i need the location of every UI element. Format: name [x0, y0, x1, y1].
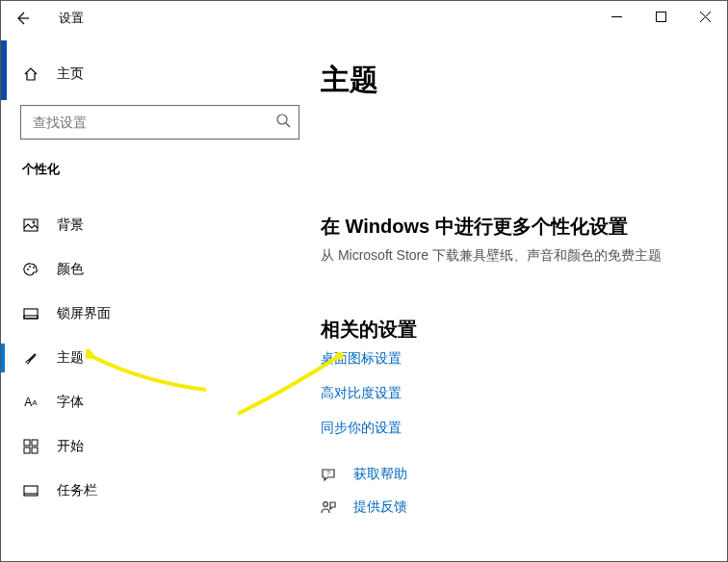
svg-rect-1: [656, 12, 665, 21]
link-desktop-icons[interactable]: 桌面图标设置: [321, 350, 727, 368]
chat-help-icon: ?: [321, 467, 338, 482]
help-block: ? 获取帮助 提供反馈: [319, 466, 727, 516]
lockscreen-icon: [22, 306, 39, 321]
related-heading: 相关的设置: [321, 317, 727, 343]
svg-point-10: [33, 267, 35, 268]
close-button[interactable]: [683, 1, 727, 32]
maximize-button[interactable]: [638, 1, 683, 32]
taskbar-icon: [22, 483, 39, 498]
nav-item-themes[interactable]: 主题: [1, 336, 319, 380]
get-help-label: 获取帮助: [353, 466, 407, 483]
left-accent-strip: [1, 40, 7, 100]
search-box[interactable]: [20, 105, 299, 140]
nav-label: 锁屏界面: [57, 305, 111, 322]
content-area: 主页 个性化 背景: [1, 36, 727, 561]
picture-icon: [22, 217, 39, 233]
window-title: 设置: [59, 10, 84, 27]
svg-point-7: [33, 221, 35, 223]
settings-window: 设置 主页: [0, 0, 728, 562]
palette-icon: [22, 262, 39, 277]
get-help-link[interactable]: ? 获取帮助: [321, 466, 727, 483]
home-icon: [22, 66, 39, 82]
maximize-icon: [656, 12, 666, 22]
nav-label: 开始: [57, 438, 84, 455]
svg-point-8: [27, 268, 29, 270]
minimize-icon: [611, 12, 622, 22]
section-label: 个性化: [22, 161, 319, 178]
nav-list: 背景 颜色 锁屏界面: [1, 203, 319, 513]
nav-item-colors[interactable]: 颜色: [1, 247, 319, 292]
more-subtext: 从 Microsoft Store 下载兼具壁纸、声音和颜色的免费主题: [321, 247, 727, 265]
search-icon: [275, 113, 291, 132]
svg-rect-6: [24, 219, 38, 231]
related-settings-block: 相关的设置 桌面图标设置 高对比度设置 同步你的设置: [319, 317, 727, 437]
titlebar: 设置: [1, 1, 727, 36]
nav-item-background[interactable]: 背景: [1, 203, 319, 247]
svg-rect-12: [24, 316, 38, 319]
page-heading: 主题: [321, 61, 727, 100]
nav-label: 主题: [57, 349, 84, 367]
nav-item-fonts[interactable]: AA 字体: [1, 380, 319, 424]
nav-label: 字体: [57, 394, 84, 411]
search-input[interactable]: [31, 114, 266, 131]
nav-label: 背景: [57, 217, 84, 234]
feedback-icon: [321, 499, 338, 515]
feedback-link[interactable]: 提供反馈: [321, 498, 727, 516]
minimize-button[interactable]: [594, 1, 638, 32]
svg-point-9: [29, 266, 31, 268]
back-button[interactable]: [1, 1, 43, 36]
nav-item-start[interactable]: 开始: [1, 424, 319, 469]
arrow-left-icon: [14, 11, 30, 26]
svg-rect-13: [24, 440, 30, 446]
svg-line-5: [286, 123, 290, 127]
svg-rect-14: [32, 440, 38, 446]
search-wrap: [20, 105, 299, 140]
more-personalization-block: 在 Windows 中进行更多个性化设置 从 Microsoft Store 下…: [319, 214, 727, 265]
svg-point-20: [324, 502, 328, 507]
link-sync-settings[interactable]: 同步你的设置: [321, 420, 727, 437]
feedback-label: 提供反馈: [353, 498, 407, 516]
svg-point-4: [277, 115, 287, 124]
nav-item-taskbar[interactable]: 任务栏: [1, 469, 319, 513]
home-nav[interactable]: 主页: [1, 55, 319, 93]
window-controls: [594, 1, 727, 32]
link-high-contrast[interactable]: 高对比度设置: [321, 385, 727, 402]
svg-rect-16: [32, 447, 38, 453]
svg-text:?: ?: [326, 470, 330, 476]
nav-label: 任务栏: [57, 482, 97, 499]
svg-rect-11: [24, 309, 38, 319]
brush-icon: [22, 350, 39, 366]
home-label: 主页: [57, 65, 84, 83]
start-icon: [22, 439, 39, 454]
main-pane: 主题 在 Windows 中进行更多个性化设置 从 Microsoft Stor…: [319, 36, 727, 561]
font-icon: AA: [22, 396, 39, 409]
sidebar: 主页 个性化 背景: [1, 36, 319, 561]
svg-rect-15: [24, 447, 30, 453]
nav-item-lockscreen[interactable]: 锁屏界面: [1, 292, 319, 336]
more-heading: 在 Windows 中进行更多个性化设置: [321, 214, 727, 240]
nav-label: 颜色: [57, 261, 84, 278]
close-icon: [700, 12, 711, 22]
